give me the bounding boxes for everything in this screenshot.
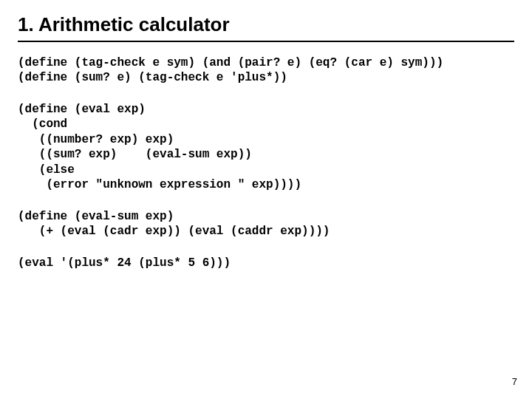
page-number: 7 xyxy=(512,376,517,387)
code-block-2: (define (eval exp) (cond ((number? exp) … xyxy=(18,102,514,193)
code-block-4: (eval '(plus* 24 (plus* 5 6))) xyxy=(18,256,514,270)
title-rule xyxy=(18,41,514,42)
code-block-3: (define (eval-sum exp) (+ (eval (cadr ex… xyxy=(18,209,514,239)
slide-title: 1. Arithmetic calculator xyxy=(18,13,514,36)
code-block-1: (define (tag-check e sym) (and (pair? e)… xyxy=(18,55,514,86)
slide: 1. Arithmetic calculator (define (tag-ch… xyxy=(0,0,532,399)
